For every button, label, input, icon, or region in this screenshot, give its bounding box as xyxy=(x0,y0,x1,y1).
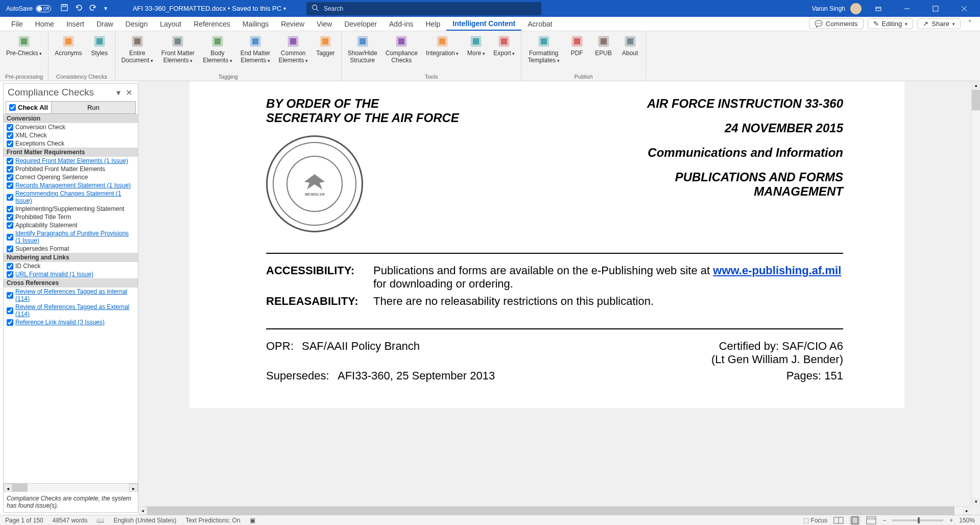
export-button[interactable]: Export xyxy=(490,32,518,73)
horizontal-scrollbar[interactable]: ◂ ▸ xyxy=(138,506,971,515)
check-item-label[interactable]: Recommending Changes Statement (1 Issue) xyxy=(15,190,135,204)
tab-acrobat[interactable]: Acrobat xyxy=(521,17,558,31)
front-matter-elements-button[interactable]: Front MatterElements xyxy=(158,32,198,73)
user-name[interactable]: Varun Singh xyxy=(812,5,845,12)
tab-review[interactable]: Review xyxy=(275,17,310,31)
epub-button[interactable]: EPUB xyxy=(591,32,616,73)
check-item-checkbox[interactable] xyxy=(7,158,13,164)
check-all-checkbox[interactable]: Check All xyxy=(6,102,51,113)
check-item-checkbox[interactable] xyxy=(7,222,13,229)
check-item[interactable]: Exceptions Check xyxy=(4,139,138,148)
zoom-out-button[interactable]: − xyxy=(882,517,886,524)
pdf-button[interactable]: PDF xyxy=(565,32,589,73)
tab-mailings[interactable]: Mailings xyxy=(236,17,275,31)
check-item-label[interactable]: Required Front Matter Elements (1 Issue) xyxy=(15,157,128,164)
search-box[interactable]: Search xyxy=(306,2,541,15)
check-item[interactable]: XML Check xyxy=(4,131,138,139)
check-item-checkbox[interactable] xyxy=(7,307,13,314)
tab-add-ins[interactable]: Add-ins xyxy=(383,17,419,31)
tab-layout[interactable]: Layout xyxy=(154,17,187,31)
check-item-label[interactable]: URL Format Invalid (1 Issue) xyxy=(15,271,93,278)
styles-button[interactable]: Styles xyxy=(87,32,112,73)
minimize-button[interactable] xyxy=(895,0,919,17)
check-item[interactable]: Identify Paragraphs of Punitive Provisio… xyxy=(4,229,138,245)
tab-draw[interactable]: Draw xyxy=(90,17,119,31)
formatting-templates-button[interactable]: FormattingTemplates xyxy=(524,32,562,73)
macro-icon[interactable]: ▣ xyxy=(250,517,255,524)
check-item-label[interactable]: Reference Link Invalid (3 Issues) xyxy=(15,319,105,326)
redo-icon[interactable] xyxy=(89,4,97,13)
tab-developer[interactable]: Developer xyxy=(338,17,383,31)
more-button[interactable]: More xyxy=(464,32,488,73)
tab-intelligent-content[interactable]: Intelligent Content xyxy=(446,17,521,31)
text-predictions[interactable]: Text Predictions: On xyxy=(185,517,240,524)
epub-link[interactable]: www.e-publishing.af.mil xyxy=(713,264,841,277)
zoom-slider[interactable] xyxy=(892,519,943,521)
scroll-left-icon[interactable]: ◂ xyxy=(4,484,12,492)
check-item-checkbox[interactable] xyxy=(7,271,13,278)
close-button[interactable] xyxy=(952,0,976,17)
check-item-checkbox[interactable] xyxy=(7,246,13,252)
tab-help[interactable]: Help xyxy=(420,17,447,31)
document-title[interactable]: AFI 33-360_FORMATTED.docx • Saved to thi… xyxy=(117,5,286,12)
check-item-checkbox[interactable] xyxy=(7,234,13,241)
word-count[interactable]: 48547 words xyxy=(53,517,88,524)
read-mode-icon[interactable] xyxy=(833,516,844,524)
panel-menu-icon[interactable]: ▾ xyxy=(113,88,124,98)
check-item-checkbox[interactable] xyxy=(7,263,13,270)
acronyms-button[interactable]: Acronyms xyxy=(52,32,85,73)
tab-design[interactable]: Design xyxy=(119,17,154,31)
check-item-checkbox[interactable] xyxy=(7,166,13,173)
check-item-label[interactable]: Identify Paragraphs of Punitive Provisio… xyxy=(15,230,135,244)
check-item-checkbox[interactable] xyxy=(7,194,13,201)
check-item-checkbox[interactable] xyxy=(7,206,13,212)
language-indicator[interactable]: English (United States) xyxy=(113,517,176,524)
check-item[interactable]: Reference Link Invalid (3 Issues) xyxy=(4,318,138,326)
check-item-label[interactable]: Review of References Tagged as Internal … xyxy=(15,288,135,302)
check-item[interactable]: Required Front Matter Elements (1 Issue) xyxy=(4,157,138,165)
focus-mode-button[interactable]: ⬚ Focus xyxy=(803,517,827,524)
scrollbar-thumb[interactable] xyxy=(147,507,954,515)
tab-references[interactable]: References xyxy=(187,17,236,31)
check-item[interactable]: Conversion Check xyxy=(4,123,138,131)
check-item-label[interactable]: Review of References Tagged as External … xyxy=(15,303,135,318)
toggle-switch[interactable]: Off xyxy=(36,5,51,12)
check-item[interactable]: Correct Opening Sentence xyxy=(4,173,138,181)
qat-dropdown-icon[interactable]: ▼ xyxy=(103,6,108,11)
tab-view[interactable]: View xyxy=(310,17,338,31)
scroll-down-icon[interactable]: ▾ xyxy=(972,497,980,506)
spellcheck-icon[interactable]: 📖 xyxy=(97,517,104,524)
collapse-ribbon-icon[interactable]: ˅ xyxy=(965,19,975,29)
check-item-checkbox[interactable] xyxy=(7,124,13,131)
zoom-in-button[interactable]: + xyxy=(949,517,953,524)
check-item[interactable]: Review of References Tagged as External … xyxy=(4,303,138,318)
check-item[interactable]: Recommending Changes Statement (1 Issue) xyxy=(4,189,138,205)
show-hide-structure-button[interactable]: Show/HideStructure xyxy=(345,32,380,73)
about-button[interactable]: About xyxy=(618,32,642,73)
check-item[interactable]: Prohibited Front Matter Elements xyxy=(4,165,138,173)
user-avatar-icon[interactable] xyxy=(850,3,862,14)
page-indicator[interactable]: Page 1 of 150 xyxy=(5,517,43,524)
zoom-knob[interactable] xyxy=(918,517,920,523)
panel-close-icon[interactable]: ✕ xyxy=(124,88,134,98)
scroll-up-icon[interactable]: ▴ xyxy=(972,81,980,90)
scrollbar-thumb[interactable] xyxy=(12,484,28,492)
document-page[interactable]: BY ORDER OF THE SECRETARY OF THE AIR FOR… xyxy=(189,81,904,408)
check-item[interactable]: ID Check xyxy=(4,262,138,270)
check-item-checkbox[interactable] xyxy=(7,182,13,189)
check-item-checkbox[interactable] xyxy=(7,319,13,326)
share-button[interactable]: ↗Share▾ xyxy=(917,18,961,29)
scroll-left-icon[interactable]: ◂ xyxy=(138,507,147,515)
check-item[interactable]: URL Format Invalid (1 Issue) xyxy=(4,270,138,278)
check-item-label[interactable]: Records Management Statement (1 Issue) xyxy=(15,182,131,189)
entire-document-button[interactable]: EntireDocument xyxy=(118,32,156,73)
tab-insert[interactable]: Insert xyxy=(60,17,90,31)
tab-home[interactable]: Home xyxy=(29,17,60,31)
end-matter-elements-button[interactable]: End MatterElements xyxy=(237,32,274,73)
common-elements-button[interactable]: CommonElements xyxy=(275,32,311,73)
run-button[interactable]: Run xyxy=(51,102,135,113)
check-item[interactable]: Applicability Statement xyxy=(4,221,138,229)
check-item[interactable]: Records Management Statement (1 Issue) xyxy=(4,181,138,189)
save-icon[interactable] xyxy=(60,4,68,13)
vertical-scrollbar[interactable]: ▴ ▾ xyxy=(971,81,980,506)
